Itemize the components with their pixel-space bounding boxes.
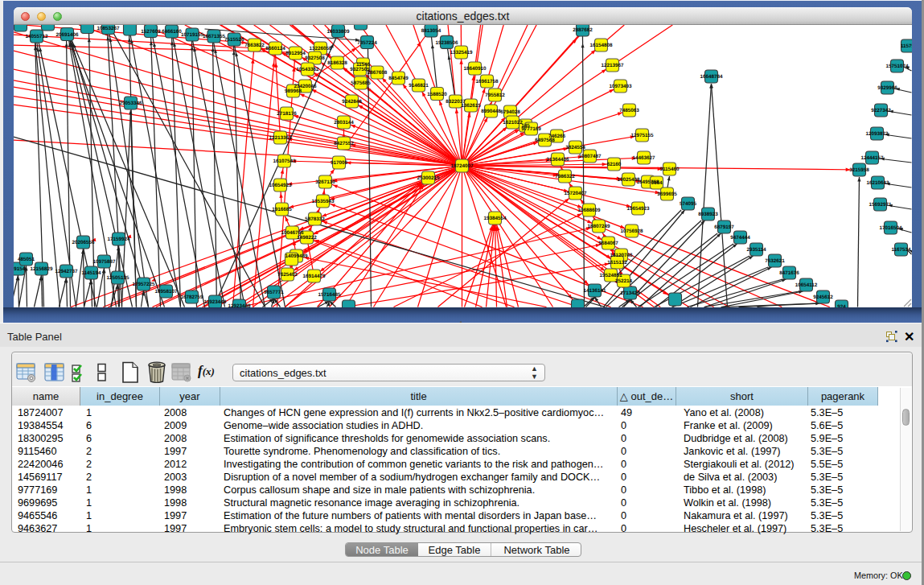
svg-text:14463627: 14463627 — [632, 155, 655, 161]
svg-text:7357224: 7357224 — [357, 40, 377, 46]
svg-text:1498222: 1498222 — [297, 235, 317, 241]
svg-text:1916685: 1916685 — [272, 207, 292, 212]
svg-text:9146821: 9146821 — [409, 83, 429, 89]
svg-text:9242848: 9242848 — [342, 99, 362, 105]
svg-text:17159924: 17159924 — [107, 237, 130, 242]
svg-text:25300215: 25300215 — [417, 175, 440, 181]
svg-text:1621022: 1621022 — [503, 120, 523, 126]
svg-text:21364436: 21364436 — [546, 157, 569, 163]
svg-text:9245612: 9245612 — [813, 295, 833, 300]
svg-text:12505135: 12505135 — [106, 275, 129, 281]
svg-text:7986322: 7986322 — [555, 174, 575, 179]
svg-text:9474444: 9474444 — [730, 235, 750, 241]
svg-text:1588520: 1588520 — [427, 92, 447, 97]
svg-text:15716485: 15716485 — [318, 292, 341, 298]
svg-text:18807249: 18807249 — [587, 224, 610, 229]
svg-text:6497568: 6497568 — [535, 138, 555, 143]
svg-text:12213363: 12213363 — [269, 135, 292, 141]
svg-text:2935114: 2935114 — [746, 247, 766, 253]
svg-text:12444157: 12444157 — [860, 155, 884, 161]
svg-text:6879197: 6879197 — [714, 225, 734, 230]
svg-text:7625402: 7625402 — [277, 272, 298, 278]
svg-text:17957225: 17957225 — [132, 282, 155, 287]
svg-text:16210643: 16210643 — [866, 180, 889, 186]
svg-text:8427552: 8427552 — [334, 141, 354, 146]
svg-text:11923448: 11923448 — [204, 299, 227, 305]
svg-text:12213967: 12213967 — [601, 63, 624, 68]
svg-text:14136141: 14136141 — [583, 288, 606, 294]
svg-text:16782759: 16782759 — [180, 295, 203, 300]
svg-text:7515526: 7515526 — [224, 37, 244, 43]
svg-text:7485063: 7485063 — [619, 108, 639, 113]
svg-text:9327508: 9327508 — [305, 56, 325, 61]
svg-text:8454749: 8454749 — [388, 76, 409, 81]
svg-text:9329966: 9329966 — [877, 85, 897, 91]
svg-text:7663822: 7663822 — [244, 43, 265, 48]
svg-text:16671355: 16671355 — [203, 34, 226, 39]
svg-text:12942737: 12942737 — [55, 269, 78, 274]
svg-text:15720407: 15720407 — [564, 191, 587, 196]
svg-text:6794028: 6794028 — [500, 109, 520, 115]
svg-text:20691406: 20691406 — [55, 32, 79, 38]
svg-text:8813054: 8813054 — [421, 28, 441, 34]
svg-text:8660124: 8660124 — [265, 46, 285, 51]
svg-text:15692971: 15692971 — [869, 202, 892, 208]
svg-text:14055712: 14055712 — [25, 34, 48, 39]
svg-text:8938923: 8938923 — [698, 212, 718, 217]
svg-text:10719155: 10719155 — [181, 32, 204, 38]
svg-text:10975887: 10975887 — [92, 259, 116, 265]
svg-text:13325419: 13325419 — [450, 50, 473, 56]
svg-text:9777169: 9777169 — [521, 126, 541, 132]
svg-text:10756928: 10756928 — [620, 229, 643, 234]
svg-text:10853267: 10853267 — [97, 26, 120, 31]
svg-text:17016504: 17016504 — [879, 225, 902, 231]
svg-text:8186328: 8186328 — [327, 60, 347, 66]
svg-text:16107543: 16107543 — [273, 159, 296, 164]
svg-text:10654112: 10654112 — [795, 282, 818, 288]
svg-text:18640910: 18640910 — [463, 66, 487, 72]
svg-text:1615132: 1615132 — [607, 260, 627, 266]
svg-text:11575: 11575 — [901, 43, 912, 49]
svg-text:5878332: 5878332 — [305, 216, 325, 222]
svg-text:10654923: 10654923 — [269, 183, 292, 188]
svg-text:62160: 62160 — [607, 162, 622, 167]
svg-text:19654923: 19654923 — [626, 206, 650, 212]
svg-text:574095: 574095 — [680, 201, 697, 207]
svg-text:10543362: 10543362 — [296, 67, 319, 72]
svg-text:16033809: 16033809 — [326, 29, 350, 35]
svg-text:9657771: 9657771 — [264, 290, 284, 295]
svg-text:5875685: 5875685 — [351, 80, 371, 86]
svg-text:9115460: 9115460 — [659, 167, 680, 172]
svg-text:15751074: 15751074 — [885, 64, 909, 69]
svg-text:12156829: 12156829 — [30, 266, 53, 272]
svg-text:2867608: 2867608 — [368, 70, 388, 76]
svg-text:8471676: 8471676 — [779, 270, 799, 276]
svg-text:19238506: 19238506 — [435, 40, 458, 46]
svg-text:8912954: 8912954 — [285, 51, 306, 56]
svg-text:10958107: 10958107 — [154, 289, 178, 295]
svg-text:1167534: 1167534 — [891, 247, 911, 253]
svg-text:989968: 989968 — [285, 89, 302, 94]
svg-text:20206556: 20206556 — [72, 240, 95, 245]
svg-text:13226058: 13226058 — [309, 46, 332, 51]
svg-text:1527602: 1527602 — [141, 29, 161, 35]
svg-text:16648784: 16648784 — [700, 74, 723, 80]
svg-text:485051: 485051 — [18, 257, 35, 262]
svg-text:3215958: 3215958 — [849, 167, 869, 173]
svg-text:14099489: 14099489 — [285, 253, 308, 259]
svg-text:18724007: 18724007 — [450, 163, 474, 169]
svg-text:12975155: 12975155 — [630, 133, 654, 138]
svg-text:7955812: 7955812 — [485, 93, 505, 98]
svg-text:10807487: 10807487 — [578, 154, 602, 159]
svg-text:10973493: 10973493 — [609, 84, 632, 89]
svg-text:2887682: 2887682 — [573, 27, 593, 33]
svg-text:1145194: 1145194 — [81, 270, 101, 276]
svg-text:13535943: 13535943 — [311, 199, 335, 204]
svg-text:29053346: 29053346 — [119, 101, 142, 106]
svg-text:9664: 9664 — [651, 180, 663, 186]
svg-text:2803144: 2803144 — [334, 120, 354, 126]
svg-text:39154: 39154 — [14, 266, 26, 272]
svg-text:917006: 917006 — [331, 160, 348, 166]
svg-text:16154808: 16154808 — [589, 43, 613, 48]
svg-text:10688609: 10688609 — [577, 208, 601, 213]
